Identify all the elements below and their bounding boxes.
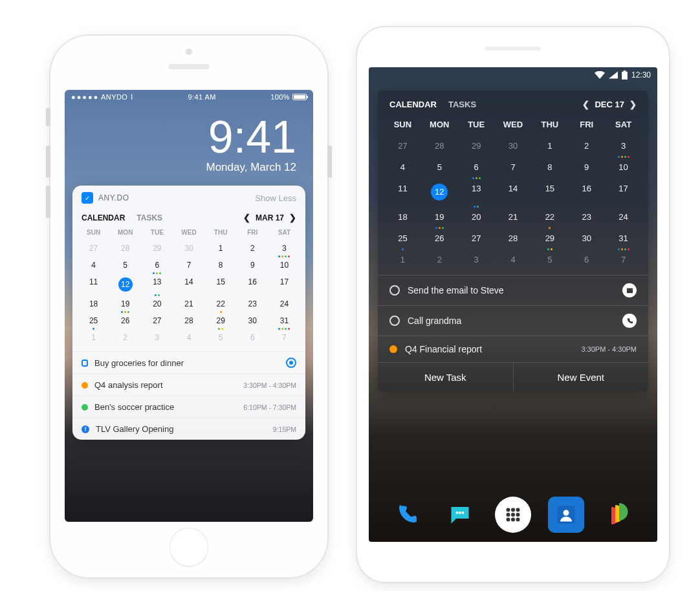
calendar-day[interactable]: 27 [141,314,173,330]
calendar-day[interactable]: 11 [384,180,421,208]
calendar-day[interactable]: 17 [268,275,300,297]
next-month-button[interactable]: ❯ [289,213,296,222]
calendar-day[interactable]: 1 [78,330,109,347]
tab-calendar[interactable]: CALENDAR [82,213,125,222]
calendar-day[interactable]: 22 [205,297,237,314]
calendar-day[interactable]: 28 [495,230,532,251]
calendar-day[interactable]: 2 [109,330,141,347]
calendar-day[interactable]: 3 [268,241,300,258]
calendar-day[interactable]: 4 [495,251,532,272]
dock-wallet-icon[interactable] [601,497,637,533]
calendar-day[interactable]: 27 [78,241,109,258]
calendar-day[interactable]: 3 [605,137,642,158]
calendar-day[interactable]: 3 [141,330,173,347]
calendar-day[interactable]: 22 [531,208,568,230]
calendar-day[interactable]: 2 [568,137,605,158]
event-row[interactable]: Q4 analysis report3:30PM - 4:30PM [72,374,305,396]
calendar-day[interactable]: 1 [205,241,237,258]
iphone-home-button[interactable] [170,528,208,566]
dock-contacts-icon[interactable] [548,497,584,533]
calendar-day[interactable]: 23 [568,208,605,230]
tab-calendar[interactable]: CALENDAR [389,100,437,109]
calendar-day[interactable]: 23 [237,297,268,314]
calendar-day[interactable]: 6 [141,258,173,275]
calendar-day[interactable]: 12 [421,180,458,208]
calendar-day[interactable]: 27 [384,137,421,158]
calendar-day[interactable]: 16 [237,275,268,297]
calendar-day[interactable]: 18 [78,297,109,314]
calendar-day[interactable]: 17 [605,180,642,208]
prev-month-button[interactable]: ❮ [243,213,250,222]
calendar-day[interactable]: 11 [78,275,109,297]
calendar-day[interactable]: 3 [458,251,495,272]
event-row[interactable]: fTLV Gallery Opening9:15PM [72,418,305,440]
calendar-day[interactable]: 6 [237,330,268,347]
calendar-day[interactable]: 10 [605,158,642,180]
calendar-day[interactable]: 30 [237,314,268,330]
calendar-day[interactable]: 31 [268,314,300,330]
calendar-day[interactable]: 24 [268,297,300,314]
dock-messages-icon[interactable] [442,497,478,533]
calendar-day[interactable]: 26 [421,230,458,251]
calendar-day[interactable]: 6 [568,251,605,272]
calendar-day[interactable]: 30 [495,137,532,158]
calendar-day[interactable]: 25 [78,314,109,330]
calendar-day[interactable]: 7 [268,330,300,347]
calendar-day[interactable]: 29 [205,314,237,330]
calendar-day[interactable]: 9 [237,258,268,275]
calendar-day[interactable]: 1 [384,251,421,272]
calendar-day[interactable]: 4 [173,330,204,347]
calendar-day[interactable]: 15 [205,275,237,297]
new-task-button[interactable]: New Task [378,363,513,392]
calendar-day[interactable]: 29 [141,241,173,258]
calendar-day[interactable]: 21 [495,208,532,230]
calendar-day[interactable]: 29 [531,230,568,251]
calendar-day[interactable]: 4 [78,258,109,275]
calendar-day[interactable]: 5 [205,330,237,347]
calendar-day[interactable]: 8 [531,158,568,180]
calendar-day[interactable]: 10 [268,258,300,275]
event-row[interactable]: Q4 Financial report3:30PM - 4:30PM [378,336,648,362]
calendar-day[interactable]: 24 [605,208,642,230]
calendar-day[interactable]: 13 [458,180,495,208]
new-event-button[interactable]: New Event [513,363,649,392]
calendar-day[interactable]: 20 [458,208,495,230]
calendar-day[interactable]: 28 [109,241,141,258]
next-month-button[interactable]: ❯ [629,100,637,109]
calendar-day[interactable]: 18 [384,208,421,230]
calendar-day[interactable]: 7 [605,251,642,272]
calendar-day[interactable]: 1 [531,137,568,158]
calendar-day[interactable]: 19 [421,208,458,230]
calendar-day[interactable]: 14 [173,275,204,297]
calendar-day[interactable]: 14 [495,180,532,208]
calendar-day[interactable]: 6 [458,158,495,180]
calendar-day[interactable]: 5 [531,251,568,272]
calendar-day[interactable]: 28 [421,137,458,158]
calendar-day[interactable]: 28 [173,314,204,330]
calendar-day[interactable]: 30 [173,241,204,258]
prev-month-button[interactable]: ❮ [582,100,589,109]
calendar-day[interactable]: 15 [531,180,568,208]
calendar-day[interactable]: 5 [109,258,141,275]
calendar-day[interactable]: 27 [458,230,495,251]
calendar-day[interactable]: 30 [568,230,605,251]
tab-tasks[interactable]: TASKS [448,100,476,109]
event-row[interactable]: Ben's soccer practice6:10PM - 7:30PM [72,396,305,418]
event-row[interactable]: Send the email to Steve [378,275,648,305]
calendar-day[interactable]: 8 [205,258,237,275]
calendar-day[interactable]: 7 [173,258,204,275]
calendar-day[interactable]: 5 [421,158,458,180]
calendar-day[interactable]: 7 [495,158,532,180]
calendar-day[interactable]: 20 [141,297,173,314]
calendar-day[interactable]: 16 [568,180,605,208]
tab-tasks[interactable]: TASKS [137,213,162,222]
calendar-day[interactable]: 2 [237,241,268,258]
calendar-day[interactable]: 19 [109,297,141,314]
calendar-day[interactable]: 26 [109,314,141,330]
calendar-day[interactable]: 4 [384,158,421,180]
calendar-day[interactable]: 25 [384,230,421,251]
calendar-day[interactable]: 29 [458,137,495,158]
calendar-day[interactable]: 31 [605,230,642,251]
calendar-day[interactable]: 2 [421,251,458,272]
task-focus-icon[interactable] [286,358,296,368]
